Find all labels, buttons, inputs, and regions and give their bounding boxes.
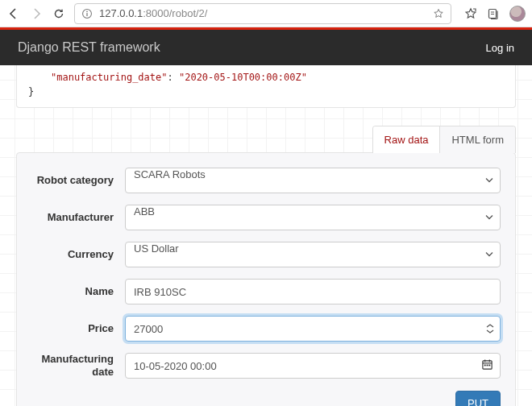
input-manufacturing-date[interactable] (125, 353, 501, 379)
svg-rect-2 (86, 13, 87, 16)
number-stepper[interactable] (486, 323, 494, 334)
input-price[interactable] (125, 316, 501, 342)
browser-toolbar: 127.0.0.1:8000/robot/2/ (0, 0, 532, 27)
label-robot-category: Robot category (31, 174, 125, 187)
chevron-up-icon (486, 323, 494, 329)
label-manufacturer: Manufacturer (31, 211, 125, 224)
drf-navbar: Django REST framework Log in (0, 30, 532, 65)
info-icon (81, 8, 93, 19)
label-price: Price (31, 322, 125, 335)
profile-avatar[interactable] (509, 6, 526, 22)
html-form-panel: Robot category SCARA Robots Manufacturer… (16, 152, 516, 406)
arrow-right-icon (30, 7, 43, 20)
label-manufacturing-date: Manufacturing date (31, 353, 125, 379)
form-tabs: Raw data HTML form (372, 126, 516, 153)
select-robot-category[interactable]: SCARA Robots (125, 168, 501, 193)
reload-button[interactable] (52, 6, 66, 21)
svg-rect-7 (488, 365, 490, 367)
address-bar[interactable]: 127.0.0.1:8000/robot/2/ (74, 3, 451, 24)
select-manufacturer[interactable]: ABB (125, 205, 501, 230)
reload-icon (52, 7, 65, 20)
select-currency[interactable]: US Dollar (125, 242, 501, 267)
collections-icon[interactable] (487, 7, 500, 20)
tab-html-form[interactable]: HTML form (439, 126, 515, 153)
drf-brand[interactable]: Django REST framework (18, 40, 160, 55)
put-button[interactable]: PUT (455, 391, 501, 407)
tab-raw-data[interactable]: Raw data (373, 126, 440, 153)
input-name[interactable] (125, 279, 501, 304)
label-name: Name (31, 285, 125, 298)
calendar-icon[interactable] (481, 358, 493, 373)
response-json-panel: "manufacturing_date": "2020-05-10T00:00:… (16, 65, 516, 108)
favorites-icon[interactable] (464, 7, 477, 20)
svg-rect-5 (484, 365, 486, 367)
login-link[interactable]: Log in (486, 42, 514, 54)
json-line: "manufacturing_date": "2020-05-10T00:00:… (28, 70, 504, 85)
svg-point-1 (86, 10, 88, 12)
label-currency: Currency (31, 248, 125, 261)
url-text: 127.0.0.1:8000/robot/2/ (99, 7, 207, 19)
back-button[interactable] (6, 6, 21, 21)
forward-button[interactable] (29, 6, 44, 21)
json-close-brace: } (28, 85, 504, 99)
svg-rect-6 (487, 365, 488, 367)
browser-right-icons (459, 6, 526, 22)
chevron-down-icon (486, 329, 494, 334)
star-outline-icon[interactable] (433, 8, 444, 19)
arrow-left-icon (7, 7, 20, 20)
